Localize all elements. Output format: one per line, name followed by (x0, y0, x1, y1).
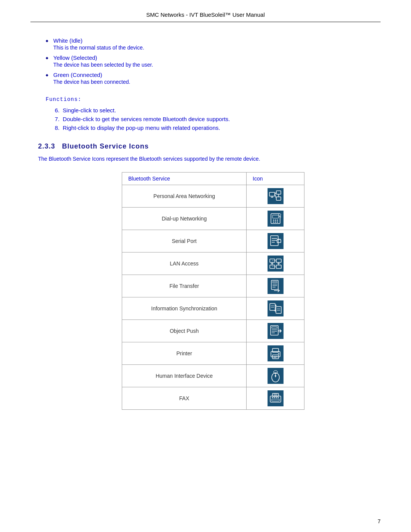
service-name: FAX (122, 387, 247, 410)
table-row: FAX (122, 387, 304, 410)
service-name: Printer (122, 342, 247, 365)
section-number: 2.3.3 Bluetooth Service Icons (38, 142, 149, 150)
service-icon-cell (247, 185, 304, 208)
svg-point-65 (275, 375, 276, 377)
table-row: Printer (122, 342, 304, 365)
svg-point-17 (279, 214, 281, 216)
svg-point-14 (273, 222, 274, 223)
sync-icon (268, 300, 284, 316)
table-row: Information Synchronization (122, 297, 304, 320)
list-item: Yellow (Selected) The device has been se… (46, 54, 381, 68)
page-container: SMC Networks - IVT BlueSoleil™ User Manu… (0, 0, 411, 532)
num-7: 7. (55, 116, 63, 122)
objectpush-icon (268, 323, 284, 339)
page-number: 7 (378, 518, 381, 524)
svg-point-15 (275, 222, 276, 223)
svg-point-70 (276, 397, 277, 398)
bullet-list: White (Idle) This is the normal status o… (46, 37, 381, 85)
printer-icon (268, 345, 284, 361)
functions-label: Functions: (46, 96, 381, 102)
text-7: Double-click to get the services remote … (63, 116, 230, 122)
svg-rect-10 (272, 215, 279, 218)
service-name: LAN Access (122, 252, 247, 275)
num-6: 6. (55, 107, 63, 113)
svg-rect-29 (276, 259, 281, 262)
svg-point-71 (277, 397, 279, 398)
fax-icon (268, 390, 284, 406)
service-name: Serial Port (122, 230, 247, 252)
num-8: 8. (55, 125, 63, 131)
service-icon-cell (247, 208, 304, 230)
svg-rect-34 (276, 265, 281, 268)
bullet-desc-1: The device has been selected by the user… (53, 62, 381, 68)
col-icon: Icon (247, 173, 304, 185)
list-item: Green (Connected) The device has been co… (46, 72, 381, 85)
svg-point-68 (272, 397, 273, 398)
service-icon-cell (247, 365, 304, 387)
svg-point-11 (273, 220, 274, 221)
svg-line-8 (275, 194, 276, 198)
service-icon-cell (247, 342, 304, 365)
service-name: Personal Area Networking (122, 185, 247, 208)
section-desc: The Bluetooth Service Icons represent th… (38, 155, 381, 163)
table-row: LAN Access (122, 252, 304, 275)
svg-rect-22 (277, 240, 281, 243)
service-table: Bluetooth Service Icon Personal Area Net… (122, 172, 304, 410)
table-row: Object Push (122, 320, 304, 342)
svg-rect-5 (276, 197, 281, 200)
table-header-row: Bluetooth Service Icon (122, 173, 304, 185)
lan-icon (268, 256, 284, 272)
text-6: Single-click to select. (63, 107, 116, 113)
main-content: White (Idle) This is the normal status o… (46, 37, 381, 410)
service-table-container: Bluetooth Service Icon Personal Area Net… (122, 172, 304, 410)
text-8: Right-click to display the pop-up menu w… (63, 125, 220, 131)
table-row: Human Interface Device (122, 365, 304, 387)
bullet-desc-0: This is the normal status of the device. (53, 45, 381, 51)
serial-icon (268, 233, 284, 249)
service-icon-cell (247, 320, 304, 342)
service-icon-cell (247, 230, 304, 252)
svg-rect-51 (272, 327, 277, 328)
bullet-desc-2: The device has been connected. (53, 79, 381, 85)
numbered-item-6: 6. Single-click to select. (46, 107, 381, 113)
svg-point-59 (278, 353, 279, 355)
hid-icon (268, 368, 284, 384)
table-row: Dial-up Networking (122, 208, 304, 230)
bullet-title-0: White (Idle) (53, 37, 381, 44)
service-name: File Transfer (122, 275, 247, 297)
numbered-item-7: 7. Double-click to get the services remo… (46, 116, 381, 122)
svg-rect-3 (276, 191, 281, 194)
service-name: Object Push (122, 320, 247, 342)
svg-point-16 (277, 222, 278, 223)
table-row: Serial Port (122, 230, 304, 252)
numbered-item-8: 8. Right-click to display the pop-up men… (46, 125, 381, 131)
table-row: File Transfer (122, 275, 304, 297)
col-service: Bluetooth Service (122, 173, 247, 185)
service-name: Dial-up Networking (122, 208, 247, 230)
svg-rect-67 (272, 399, 279, 401)
bullet-title-1: Yellow (Selected) (53, 54, 381, 61)
service-name: Information Synchronization (122, 297, 247, 320)
service-icon-cell (247, 387, 304, 410)
section-heading-row: 2.3.3 Bluetooth Service Icons (38, 142, 381, 150)
service-icon-cell (247, 252, 304, 275)
pan-icon (268, 188, 284, 204)
service-name: Human Interface Device (122, 365, 247, 387)
numbered-list: 6. Single-click to select. 7. Double-cli… (46, 107, 381, 131)
header-title: SMC Networks - IVT BlueSoleil™ User Manu… (146, 11, 264, 18)
svg-rect-0 (269, 192, 275, 196)
page-header: SMC Networks - IVT BlueSoleil™ User Manu… (30, 11, 381, 22)
service-icon-cell (247, 275, 304, 297)
svg-rect-44 (270, 304, 275, 310)
svg-point-13 (277, 220, 278, 221)
svg-rect-47 (276, 307, 281, 313)
list-item: White (Idle) This is the normal status o… (46, 37, 381, 51)
dialup-icon (268, 211, 284, 227)
filetransfer-icon (268, 278, 284, 294)
svg-point-69 (274, 397, 275, 398)
service-icon-cell (247, 297, 304, 320)
bullet-title-2: Green (Connected) (53, 72, 381, 78)
svg-point-12 (275, 220, 276, 221)
svg-rect-39 (272, 281, 277, 283)
table-row: Personal Area Networking (122, 185, 304, 208)
